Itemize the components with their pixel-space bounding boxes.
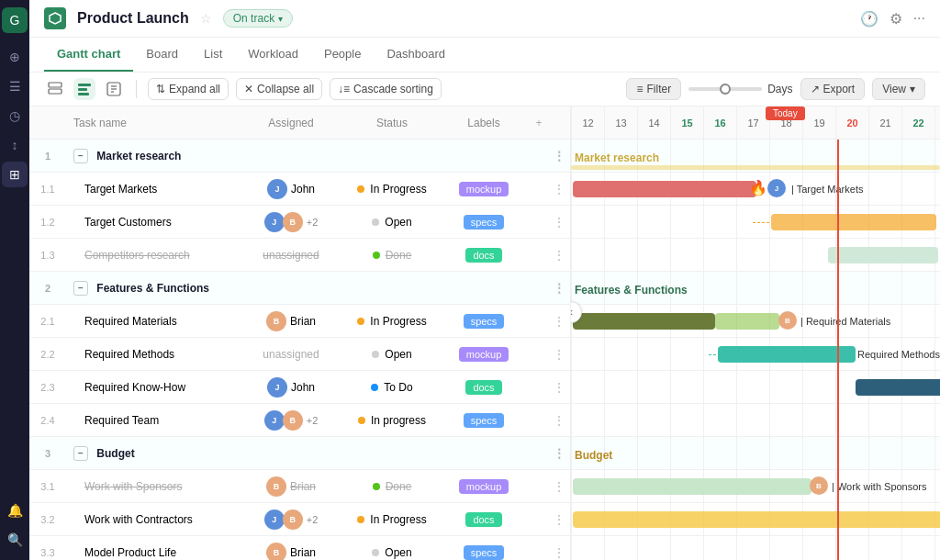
table-row-1-2: 1.2 Target Customers J B +2 Open specs — [29, 206, 570, 239]
labels-1-1: mockup — [442, 182, 525, 196]
row-num-3-2: 3.2 — [29, 514, 66, 525]
gantt-day-13: 13 — [604, 106, 637, 139]
gantt-row-1-1: 🔥 J | Target Markets — [571, 173, 940, 206]
tab-gantt[interactable]: Gantt chart — [44, 38, 133, 72]
sidebar-icon-add[interactable]: ⊕ — [2, 44, 28, 70]
section-row-3: 3 − Budget ⋮ — [29, 437, 570, 470]
labels-2-1: specs — [442, 314, 525, 329]
star-icon[interactable]: ☆ — [200, 11, 212, 26]
avatar-1-1: J — [267, 179, 287, 199]
section-dots-2[interactable]: ⋮ — [553, 281, 571, 296]
days-label: Days — [767, 83, 792, 95]
avatar-2-4b: B — [283, 410, 303, 431]
row-num-2-3: 2.3 — [29, 382, 66, 393]
gantt-view-btn[interactable] — [73, 78, 95, 100]
filter-btn[interactable]: ≡ Filter — [626, 78, 681, 100]
labels-3-1: mockup — [442, 479, 525, 494]
svg-marker-0 — [50, 13, 61, 24]
history-icon[interactable]: 🕐 — [860, 10, 878, 28]
label-badge-3-1: mockup — [459, 479, 509, 494]
more-icon[interactable]: ··· — [913, 10, 925, 27]
collapse-all-label: Collapse all — [257, 83, 314, 95]
gantt-day-14: 14 — [637, 106, 670, 139]
tab-people[interactable]: People — [311, 38, 374, 72]
status-text-3-3: Open — [385, 546, 411, 559]
filter-icon: ≡ — [636, 83, 643, 95]
content-area: Task name Assigned Status Labels + 1 − M… — [29, 106, 940, 560]
toolbar-separator — [136, 80, 137, 98]
status-badge[interactable]: On track ▾ — [223, 9, 293, 28]
sidebar-brand[interactable]: G — [2, 7, 28, 33]
add-column-btn[interactable]: + — [525, 117, 553, 129]
app-container: G ⊕ ☰ ◷ ↕ ⊞ 🔔 🔍 Product Launch ☆ On trac… — [0, 0, 940, 560]
export-btn[interactable]: ↗ Export — [800, 78, 866, 100]
gantt-day-16: 16 — [703, 106, 736, 139]
labels-1-3: docs — [442, 248, 525, 263]
dots-1-2[interactable]: ⋮ — [553, 215, 571, 230]
view-chevron-icon: ▾ — [910, 83, 915, 95]
sidebar-icon-search[interactable]: 🔍 — [2, 527, 28, 553]
dots-1-3[interactable]: ⋮ — [553, 248, 571, 263]
tab-workload[interactable]: Workload — [235, 38, 311, 72]
slider-thumb[interactable] — [720, 84, 731, 95]
gantt-section-1: Market research — [571, 140, 940, 173]
label-badge-1-3: docs — [465, 248, 501, 263]
dots-3-3[interactable]: ⋮ — [553, 545, 571, 560]
sidebar-icon-arrow[interactable]: ↕ — [2, 132, 28, 158]
table-view-btn[interactable] — [44, 78, 66, 100]
label-badge-1-2: specs — [464, 215, 505, 230]
sidebar-icon-clock[interactable]: ◷ — [2, 103, 28, 129]
dots-2-1[interactable]: ⋮ — [553, 314, 571, 329]
assigned-text-2-1: Brian — [290, 315, 316, 328]
gantt-bar-1-1 — [573, 181, 756, 197]
table-row-3-1: 3.1 Work with Sponsors B Brian Done mock… — [29, 470, 570, 503]
section-dots-3[interactable]: ⋮ — [553, 446, 571, 461]
sidebar-icon-menu[interactable]: ☰ — [2, 73, 28, 99]
assigned-2-2: unassigned — [241, 348, 341, 361]
task-name-1-1: Target Markets — [66, 183, 241, 196]
cascade-sorting-btn[interactable]: ↓≡ Cascade sorting — [330, 78, 442, 100]
dots-3-1[interactable]: ⋮ — [553, 479, 571, 494]
section-dots-1[interactable]: ⋮ — [553, 149, 571, 163]
dots-2-2[interactable]: ⋮ — [553, 347, 571, 362]
section-toggle-3[interactable]: − — [73, 446, 88, 461]
gantt-section-label-2: Features & Functions — [575, 284, 688, 297]
expand-all-btn[interactable]: ⇅ Expand all — [148, 78, 229, 100]
label-badge-1-1: mockup — [459, 182, 509, 196]
status-3-2: In Progress — [341, 513, 442, 526]
gantt-avatar-2-1: B — [778, 311, 797, 330]
dots-1-1[interactable]: ⋮ — [553, 182, 571, 196]
slider-track[interactable] — [688, 87, 762, 91]
tab-dashboard[interactable]: Dashboard — [374, 38, 458, 72]
gantt-label-1-1: | Target Markets — [791, 184, 863, 195]
section-toggle-2[interactable]: − — [73, 281, 88, 296]
label-badge-3-2: docs — [465, 512, 501, 527]
tab-board[interactable]: Board — [133, 38, 191, 72]
row-num-2-1: 2.1 — [29, 316, 66, 327]
assigned-text-3-1: Brian — [290, 480, 316, 493]
dots-2-3[interactable]: ⋮ — [553, 380, 571, 395]
labels-1-2: specs — [442, 215, 525, 230]
settings-icon[interactable]: ⚙ — [890, 10, 902, 28]
gantt-day-15: 15 — [670, 106, 703, 139]
collapse-all-btn[interactable]: ✕ Collapse all — [236, 78, 322, 100]
export-table-btn[interactable] — [103, 78, 125, 100]
project-logo — [44, 7, 66, 29]
gantt-row-2-1: B | Required Materials ‹ — [571, 305, 940, 338]
sidebar-icon-bell[interactable]: 🔔 — [2, 498, 28, 523]
toolbar-right: ≡ Filter Days ↗ Export View ▾ — [626, 78, 925, 100]
days-slider[interactable]: Days — [688, 83, 792, 95]
dots-3-2[interactable]: ⋮ — [553, 512, 571, 527]
status-2-3: To Do — [341, 381, 442, 394]
section-toggle-1[interactable]: − — [73, 149, 88, 163]
tab-list[interactable]: List — [191, 38, 235, 72]
dots-2-4[interactable]: ⋮ — [553, 413, 571, 428]
assigned-plus-2-4: +2 — [307, 415, 319, 426]
status-text-1-2: Open — [385, 216, 411, 229]
section-title-3: − Budget — [66, 446, 241, 461]
collapse-icon: ✕ — [244, 83, 253, 95]
view-btn[interactable]: View ▾ — [872, 78, 925, 100]
row-num-1-1: 1.1 — [29, 184, 66, 195]
sidebar-icon-grid[interactable]: ⊞ — [2, 162, 28, 187]
task-name-3-3: Model Product Life — [66, 546, 241, 559]
